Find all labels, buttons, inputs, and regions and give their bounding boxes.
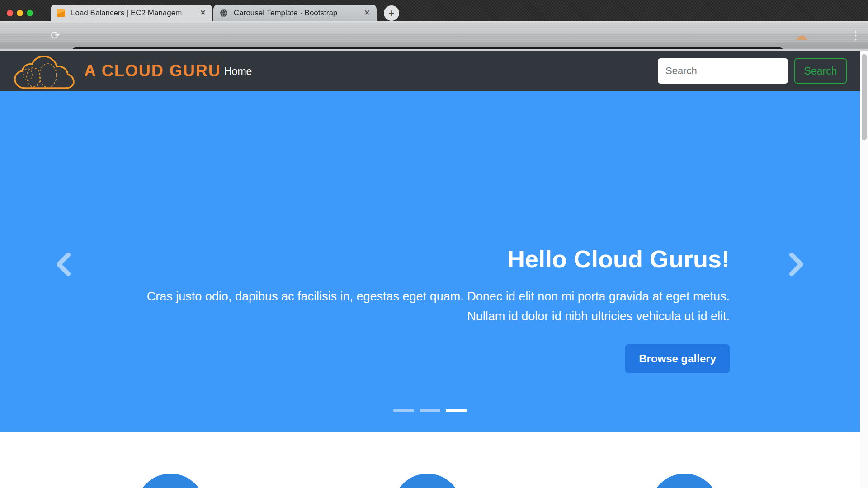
placeholder-circle (136, 474, 205, 488)
tab-carousel-template[interactable]: Carousel Template · Bootstrap ✕ (213, 5, 377, 21)
browser-toolbar: ← → ⟳ ⓘ Not Secure applicaiton-load-bala… (0, 21, 868, 49)
window-minimize-button[interactable] (17, 10, 23, 16)
browser-frame: Load Balancers | EC2 Managem ✕ Carousel … (0, 0, 868, 21)
placeholder-circle (393, 474, 462, 488)
window-zoom-button[interactable] (27, 10, 33, 16)
carousel-body-text: Cras justo odio, dapibus ac facilisis in… (142, 286, 730, 326)
placeholder-circle (650, 474, 719, 488)
browser-menu-icon[interactable]: ⋮ (850, 28, 862, 42)
site-navbar: A CLOUD GURU Home Search (0, 51, 868, 91)
search-input[interactable] (658, 58, 788, 84)
back-icon[interactable]: ← (8, 29, 20, 41)
tab-title: Carousel Template · Bootstrap (234, 9, 360, 18)
extension-cloud-icon[interactable]: ☁ (794, 27, 808, 43)
tab-title: Load Balancers | EC2 Managem (71, 9, 196, 18)
reload-icon[interactable]: ⟳ (51, 29, 60, 41)
new-tab-button[interactable]: + (384, 5, 399, 21)
plus-icon: + (388, 8, 394, 19)
nav-link-home[interactable]: Home (224, 66, 252, 78)
carousel-indicator-3[interactable] (446, 409, 467, 412)
brand-wordmark[interactable]: A CLOUD GURU (84, 61, 221, 80)
scrollbar-thumb[interactable] (862, 54, 867, 140)
page-scrollbar[interactable] (860, 51, 868, 488)
carousel-heading: Hello Cloud Gurus! (142, 244, 730, 274)
carousel-caption: Hello Cloud Gurus! Cras justo odio, dapi… (142, 244, 730, 373)
carousel-prev-icon[interactable] (53, 251, 73, 277)
globe-icon (220, 9, 228, 17)
forward-icon[interactable]: → (30, 29, 42, 41)
tab-ec2-management[interactable]: Load Balancers | EC2 Managem ✕ (51, 5, 212, 21)
tab-close-icon[interactable]: ✕ (364, 8, 370, 18)
carousel-indicator-1[interactable] (393, 409, 414, 412)
browse-gallery-button[interactable]: Browse gallery (625, 344, 730, 373)
carousel-indicator-2[interactable] (420, 409, 440, 412)
acg-cloud-logo-icon[interactable] (13, 53, 76, 93)
carousel-indicators (391, 409, 469, 412)
window-close-button[interactable] (7, 10, 13, 16)
carousel-next-icon[interactable] (787, 251, 807, 277)
carousel-slide: Hello Cloud Gurus! Cras justo odio, dapi… (0, 91, 860, 432)
aws-ec2-icon (57, 9, 65, 17)
tab-close-icon[interactable]: ✕ (200, 8, 206, 18)
search-button[interactable]: Search (794, 58, 847, 84)
